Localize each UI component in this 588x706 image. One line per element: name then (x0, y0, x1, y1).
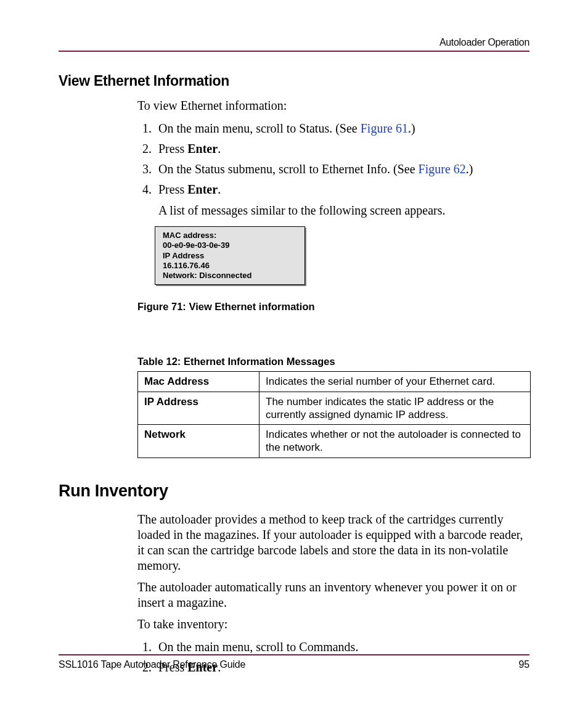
step-keyword: Enter (187, 183, 218, 196)
step-text: .) (466, 162, 473, 176)
lcd-screen: MAC address: 00-e0-9e-03-0e-39 IP Addres… (155, 226, 305, 285)
link-figure-62[interactable]: Figure 62 (419, 162, 466, 176)
figure-caption: Figure 71: View Ethernet information (137, 301, 529, 313)
lcd-line: Network: Disconnected (163, 271, 297, 281)
step-text: On the main menu, scroll to Commands. (158, 640, 358, 654)
step-text: . (218, 142, 221, 155)
step-text: Press (158, 142, 187, 155)
step-text: On the main menu, scroll to Status. (See (158, 121, 361, 135)
link-figure-61[interactable]: Figure 61 (361, 121, 408, 135)
step-text: . (218, 183, 221, 196)
footer-title: SSL1016 Tape Autoloader Reference Guide (59, 659, 245, 670)
lcd-line: 16.116.76.46 (163, 261, 297, 271)
lcd-line: MAC address: (163, 231, 297, 240)
table-caption: Table 12: Ethernet Information Messages (137, 356, 529, 367)
step-text: .) (408, 121, 415, 135)
step-text: Press (158, 183, 187, 196)
lcd-line: IP Address (163, 251, 297, 261)
step-item: Press Enter. (155, 140, 529, 158)
step-item: On the main menu, scroll to Status. (See… (155, 120, 529, 138)
body-paragraph: The autoloader provides a method to keep… (137, 512, 529, 573)
step-keyword: Enter (187, 142, 218, 155)
heading-run-inventory: Run Inventory (59, 482, 529, 501)
intro-text: To view Ethernet information: (137, 98, 529, 113)
ethernet-steps: On the main menu, scroll to Status. (See… (137, 120, 529, 199)
body-paragraph: The autoloader automatically runs an inv… (137, 580, 529, 610)
table-value: Indicates the serial number of your Ethe… (259, 372, 531, 392)
body-paragraph: To take inventory: (137, 617, 529, 632)
page-footer: SSL1016 Tape Autoloader Reference Guide … (59, 654, 529, 670)
table-value: The number indicates the static IP addre… (259, 392, 531, 425)
step-item: Press Enter. (155, 181, 529, 199)
table-key: Network (138, 425, 259, 458)
table-row: Network Indicates whether or not the aut… (138, 425, 531, 458)
step-text: On the Status submenu, scroll to Etherne… (158, 162, 419, 176)
page-number: 95 (519, 659, 529, 670)
table-key: Mac Address (138, 372, 259, 392)
table-row: Mac Address Indicates the serial number … (138, 372, 531, 392)
step-note: A list of messages similar to the follow… (158, 203, 529, 218)
lcd-line: 00-e0-9e-03-0e-39 (163, 240, 297, 250)
header-rule (59, 51, 529, 52)
table-key: IP Address (138, 392, 259, 425)
footer-rule (59, 654, 529, 655)
step-item: On the main menu, scroll to Commands. (155, 638, 529, 656)
step-item: On the Status submenu, scroll to Etherne… (155, 160, 529, 178)
table-row: IP Address The number indicates the stat… (138, 392, 531, 425)
table-value: Indicates whether or not the autoloader … (259, 425, 531, 458)
ethernet-info-table: Mac Address Indicates the serial number … (137, 371, 531, 458)
heading-view-ethernet: View Ethernet Information (59, 73, 529, 89)
running-header: Autoloader Operation (59, 37, 529, 48)
